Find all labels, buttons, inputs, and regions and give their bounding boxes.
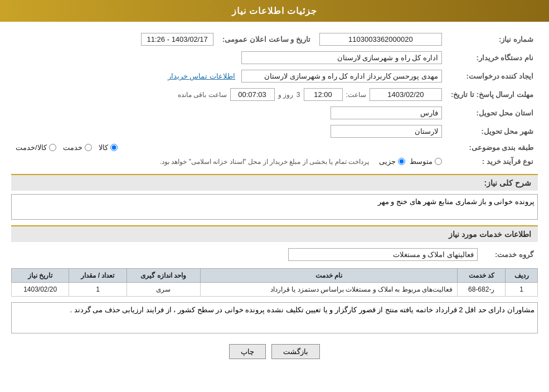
service-group-value: فعالیتهای املاک و مستغلات	[288, 248, 478, 261]
buyer-org-value: اداره کل راه و شهرسازی لارستان	[241, 51, 442, 64]
col-qty-header: تعداد / مقدار	[69, 269, 127, 283]
col-row-header: ردیف	[506, 269, 538, 283]
notice-number-label: شماره نیاز:	[446, 30, 538, 49]
category-label: طبقه بندی موضوعی:	[446, 141, 538, 154]
cell-name: فعالیت‌های مربوط به املاک و مستغلات براس…	[200, 283, 457, 297]
cell-code: ر-682-68	[458, 283, 506, 297]
radio-kala[interactable]: کالا	[99, 143, 118, 152]
col-code-header: کد خدمت	[458, 269, 506, 283]
service-group-label: گروه خدمت:	[482, 245, 538, 264]
buyer-desc-textarea[interactable]	[11, 302, 538, 333]
radio-motavaset[interactable]: متوسط	[410, 157, 442, 166]
page-header: جزئیات اطلاعات نیاز	[0, 0, 549, 22]
purchase-note: پرداخت تمام یا بخشی از مبلغ خریدار از مح…	[160, 158, 369, 166]
purchase-type-label: نوع فرآیند خرید :	[446, 154, 538, 168]
services-table: ردیف کد خدمت نام خدمت واحد اندازه گیری ت…	[11, 268, 538, 297]
deadline-days-label: روز و	[278, 91, 293, 99]
description-section-header: شرح کلی نیاز:	[11, 174, 538, 191]
cell-qty: 1	[69, 283, 127, 297]
announce-date-label: تاریخ و ساعت اعلان عمومی:	[218, 30, 315, 49]
city-label: شهر محل تحویل:	[446, 122, 538, 141]
city-value: لارستان	[331, 125, 442, 138]
cell-unit: سری	[127, 283, 200, 297]
back-button[interactable]: بازگشت	[271, 344, 320, 359]
description-textarea[interactable]	[11, 194, 538, 220]
requester-label: ایجاد کننده درخواست:	[446, 67, 538, 85]
requester-value: مهدی پورحسن کاربرداز اداره کل راه و شهرس…	[241, 70, 442, 83]
province-value: فارس	[331, 107, 442, 119]
services-section-header: اطلاعات خدمات مورد نیاز	[11, 225, 538, 242]
radio-jazei[interactable]: جزیی	[379, 157, 405, 166]
col-name-header: نام خدمت	[200, 269, 457, 283]
announce-date-value: 1403/02/17 - 11:26	[141, 33, 213, 46]
deadline-date: 1403/02/20	[370, 88, 442, 101]
page-title: جزئیات اطلاعات نیاز	[232, 6, 318, 16]
contact-link[interactable]: اطلاعات تماس خریدار	[168, 72, 235, 80]
table-row: 1 ر-682-68 فعالیت‌های مربوط به املاک و م…	[12, 283, 538, 297]
province-label: استان محل تحویل:	[446, 104, 538, 122]
deadline-remaining: 00:07:03	[230, 88, 275, 101]
print-button[interactable]: چاپ	[229, 344, 266, 359]
deadline-time: 12:00	[304, 88, 343, 101]
col-unit-header: واحد اندازه گیری	[127, 269, 200, 283]
col-date-header: تاریخ نیاز	[12, 269, 69, 283]
radio-kala-khadamat[interactable]: کالا/خدمت	[16, 143, 56, 152]
cell-row: 1	[506, 283, 538, 297]
deadline-remaining-label: ساعت باقی مانده	[178, 91, 227, 99]
cell-date: 1403/02/20	[12, 283, 69, 297]
deadline-time-label: ساعت:	[346, 91, 366, 99]
deadline-days: 3	[297, 91, 300, 99]
deadline-label: مهلت ارسال پاسخ: تا تاریخ:	[446, 85, 538, 104]
buyer-org-label: نام دستگاه خریدار:	[446, 49, 538, 67]
footer-buttons: بازگشت چاپ	[11, 344, 538, 359]
radio-khadamat[interactable]: خدمت	[63, 143, 92, 152]
notice-number-value: 1103003362000020	[319, 33, 442, 46]
